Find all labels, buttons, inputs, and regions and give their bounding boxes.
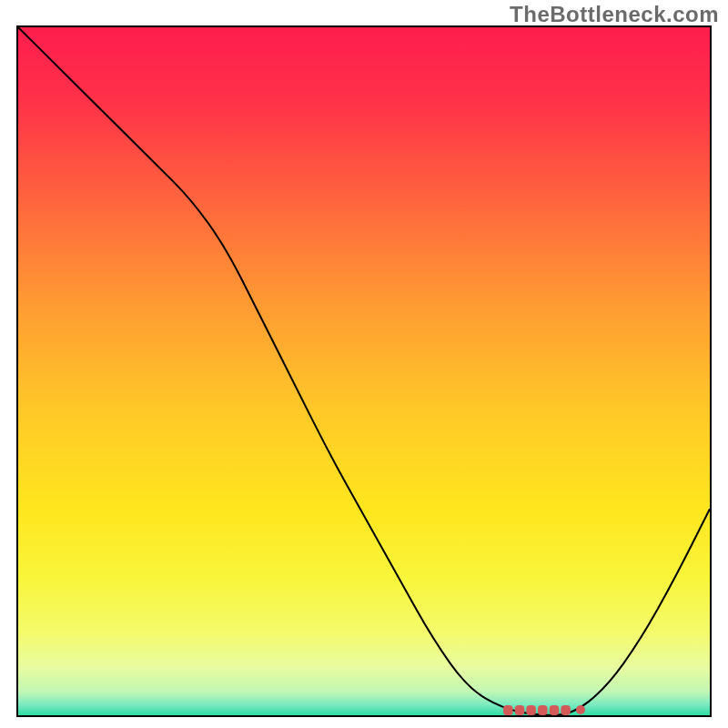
svg-rect-3: [538, 705, 548, 715]
chart-plot-area: [18, 27, 710, 715]
svg-rect-1: [515, 705, 525, 715]
svg-rect-0: [503, 705, 513, 715]
chart-container: TheBottleneck.com: [0, 0, 728, 728]
svg-rect-5: [561, 705, 571, 715]
svg-rect-2: [526, 705, 536, 715]
chart-svg: [18, 27, 710, 715]
svg-point-6: [576, 705, 585, 714]
watermark: TheBottleneck.com: [510, 2, 719, 27]
svg-rect-4: [550, 705, 560, 715]
